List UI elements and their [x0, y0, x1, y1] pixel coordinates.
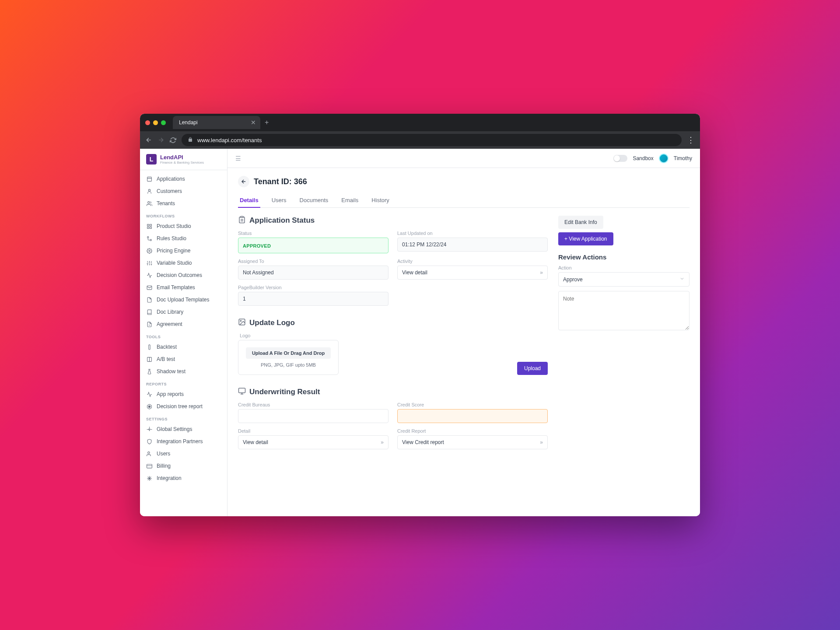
- svg-rect-5: [147, 227, 149, 228]
- sidebar-item-decision-outcomes[interactable]: Decision Outcomes: [140, 269, 227, 281]
- applications-icon: [146, 176, 152, 182]
- sidebar-item-rules-studio[interactable]: Rules Studio: [140, 232, 227, 245]
- last-updated-label: Last Updated on: [397, 231, 548, 236]
- assigned-to-field[interactable]: Not Assigned: [238, 266, 388, 280]
- sidebar-item-label: Billing: [157, 463, 171, 469]
- chevron-right-icon: »: [540, 270, 543, 276]
- logo-text: LendAPI Finance & Banking Services: [160, 154, 204, 164]
- browser-window: Lendapi ✕ + www.lendapi.com/tenants ⋮ L: [140, 114, 700, 516]
- browser-tab[interactable]: Lendapi ✕: [173, 116, 260, 129]
- doc-upload-icon: [146, 297, 152, 303]
- status-group: Status APPROVED: [238, 231, 388, 253]
- note-textarea[interactable]: [558, 291, 690, 330]
- credit-score-label: Credit Score: [397, 402, 548, 407]
- upload-dropzone[interactable]: Upload A File Or Drag And Drop PNG, JPG,…: [238, 340, 339, 375]
- tab-documents[interactable]: Documents: [298, 193, 330, 208]
- sidebar-item-decision-tree-report[interactable]: Decision tree report: [140, 400, 227, 413]
- detail-field[interactable]: View detail »: [238, 435, 388, 449]
- tab-emails[interactable]: Emails: [340, 193, 360, 208]
- sidebar-item-label: Integration Partners: [157, 438, 203, 444]
- sidebar-item-integration[interactable]: Integration: [140, 472, 227, 484]
- forward-icon[interactable]: [158, 136, 164, 144]
- action-label: Action: [558, 265, 690, 270]
- sidebar-item-customers[interactable]: Customers: [140, 185, 227, 197]
- sandbox-toggle[interactable]: [613, 155, 627, 162]
- window-maximize-button[interactable]: [161, 120, 166, 125]
- activity-field[interactable]: View detail »: [397, 266, 548, 280]
- sidebar-item-shadow-test[interactable]: Shadow test: [140, 365, 227, 378]
- chevron-right-icon: »: [381, 439, 384, 445]
- sidebar-item-email-templates[interactable]: Email Templates: [140, 281, 227, 294]
- new-tab-button[interactable]: +: [265, 119, 269, 126]
- sidebar-section-settings: SETTINGS: [140, 413, 227, 423]
- backtest-icon: [146, 344, 152, 350]
- sidebar-item-label: Agreement: [157, 321, 182, 327]
- sidebar-item-users[interactable]: Users: [140, 448, 227, 460]
- reload-icon[interactable]: [170, 137, 176, 144]
- url-text: www.lendapi.com/tenants: [197, 137, 262, 144]
- logo-subtitle: Finance & Banking Services: [160, 161, 204, 164]
- user-avatar[interactable]: [659, 154, 668, 163]
- sidebar-item-ab-test[interactable]: A/B test: [140, 353, 227, 365]
- lock-icon: [188, 137, 193, 144]
- decision-outcomes-icon: [146, 272, 152, 278]
- page-header: Tenant ID: 366: [238, 176, 690, 187]
- view-application-button[interactable]: + View Application: [558, 232, 613, 245]
- assigned-to-value: Not Assigned: [243, 270, 274, 276]
- sidebar-item-doc-upload-templates[interactable]: Doc Upload Templates: [140, 294, 227, 306]
- toggle-knob: [614, 155, 620, 161]
- tab-history[interactable]: History: [370, 193, 391, 208]
- sidebar-item-doc-library[interactable]: Doc Library: [140, 306, 227, 318]
- upload-file-button[interactable]: Upload A File Or Drag And Drop: [246, 347, 331, 359]
- edit-bank-info-button[interactable]: Edit Bank Info: [558, 216, 603, 229]
- credit-score-field[interactable]: [397, 409, 548, 423]
- billing-icon: [146, 463, 152, 469]
- sidebar-item-applications[interactable]: Applications: [140, 173, 227, 185]
- section-header-logo: Update Logo: [238, 318, 548, 328]
- browser-toolbar: www.lendapi.com/tenants ⋮: [140, 131, 700, 149]
- integration-partners-icon: [146, 438, 152, 444]
- tenants-icon: [146, 200, 152, 206]
- credit-report-value: View Credit report: [402, 439, 444, 445]
- sidebar-item-product-studio[interactable]: Product Studio: [140, 220, 227, 232]
- close-tab-icon[interactable]: ✕: [251, 119, 256, 126]
- back-icon[interactable]: [145, 136, 152, 144]
- upload-button[interactable]: Upload: [517, 362, 548, 375]
- svg-point-25: [148, 406, 150, 407]
- sidebar-item-backtest[interactable]: Backtest: [140, 341, 227, 353]
- sidebar-item-global-settings[interactable]: Global Settings: [140, 423, 227, 435]
- chevron-down-icon: [679, 276, 685, 283]
- svg-rect-6: [150, 227, 151, 228]
- sidebar-item-app-reports[interactable]: App reports: [140, 388, 227, 400]
- credit-report-field[interactable]: View Credit report »: [397, 435, 548, 449]
- browser-menu-icon[interactable]: ⋮: [687, 136, 695, 144]
- window-minimize-button[interactable]: [153, 120, 158, 125]
- section-header-underwriting: Underwriting Result: [238, 387, 548, 397]
- sidebar-item-variable-studio[interactable]: Variable Studio: [140, 257, 227, 269]
- sidebar-item-label: Decision tree report: [157, 403, 203, 410]
- credit-bureaus-field[interactable]: [238, 409, 388, 423]
- content-left: Application Status Status APPROVED: [238, 216, 548, 455]
- window-close-button[interactable]: [145, 120, 150, 125]
- tab-users[interactable]: Users: [270, 193, 288, 208]
- sidebar-item-label: Integration: [157, 475, 182, 481]
- url-bar[interactable]: www.lendapi.com/tenants: [182, 134, 682, 146]
- svg-rect-39: [239, 388, 245, 393]
- sidebar-item-integration-partners[interactable]: Integration Partners: [140, 435, 227, 448]
- sidebar-item-label: Shadow test: [157, 368, 186, 374]
- product-studio-icon: [146, 223, 152, 229]
- assigned-to-label: Assigned To: [238, 259, 388, 264]
- back-button[interactable]: [238, 176, 249, 187]
- status-label: Status: [238, 231, 388, 236]
- sidebar-item-billing[interactable]: Billing: [140, 460, 227, 472]
- section-title: Application Status: [249, 216, 315, 225]
- sidebar-collapse-icon[interactable]: ☰: [235, 155, 241, 162]
- action-select[interactable]: Approve: [558, 272, 690, 287]
- tab-details[interactable]: Details: [238, 193, 260, 208]
- sidebar-item-agreement[interactable]: Agreement: [140, 318, 227, 330]
- sidebar-item-pricing-engine[interactable]: Pricing Engine: [140, 245, 227, 257]
- svg-rect-34: [241, 217, 243, 218]
- sidebar-item-label: Tenants: [157, 200, 175, 206]
- sidebar-item-tenants[interactable]: Tenants: [140, 197, 227, 210]
- sidebar-item-label: Backtest: [157, 344, 177, 350]
